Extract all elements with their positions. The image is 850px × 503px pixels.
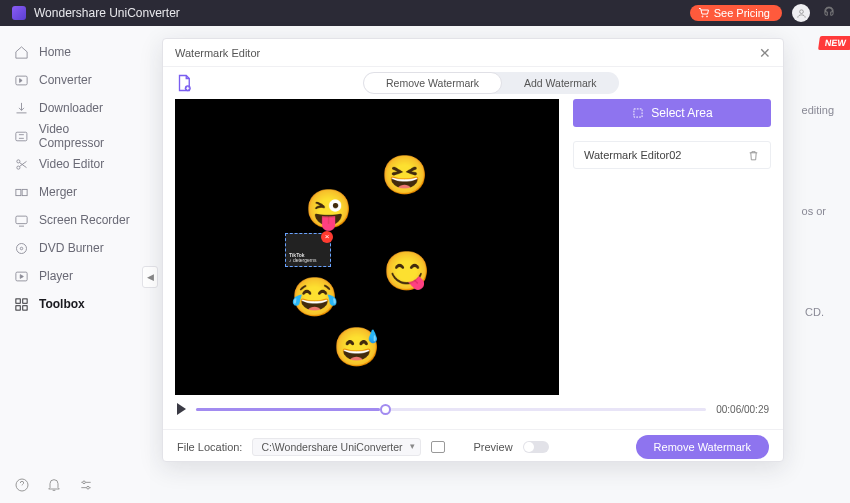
svg-rect-6 bbox=[22, 189, 27, 195]
svg-rect-14 bbox=[23, 305, 27, 309]
settings-icon[interactable] bbox=[78, 477, 94, 493]
svg-point-4 bbox=[17, 166, 20, 169]
tab-add-watermark[interactable]: Add Watermark bbox=[502, 72, 619, 94]
toolbox-icon bbox=[14, 297, 29, 312]
converter-icon bbox=[14, 73, 29, 88]
preview-toggle[interactable] bbox=[523, 441, 549, 453]
seek-slider[interactable] bbox=[196, 408, 706, 411]
cart-icon bbox=[698, 7, 710, 19]
compress-icon bbox=[14, 129, 29, 144]
bg-text-3: CD. bbox=[805, 306, 824, 318]
svg-rect-11 bbox=[16, 298, 20, 302]
app-logo bbox=[12, 6, 26, 20]
sidebar-item-player[interactable]: Player bbox=[0, 262, 150, 290]
emoji-joy: 😂 bbox=[291, 275, 338, 319]
app-title: Wondershare UniConverter bbox=[34, 6, 180, 20]
seek-knob[interactable] bbox=[380, 404, 391, 415]
svg-rect-19 bbox=[634, 109, 642, 117]
svg-point-8 bbox=[17, 243, 27, 253]
watermark-selection[interactable]: × TikTok♪ detergems bbox=[285, 233, 331, 267]
select-area-button[interactable]: Select Area bbox=[573, 99, 771, 127]
trash-icon[interactable] bbox=[747, 149, 760, 162]
preview-label: Preview bbox=[473, 441, 512, 453]
open-folder-icon[interactable] bbox=[431, 441, 445, 453]
bg-text-1: editing bbox=[802, 104, 834, 116]
svg-rect-12 bbox=[23, 298, 27, 302]
add-file-icon[interactable] bbox=[175, 74, 193, 92]
sidebar-item-downloader[interactable]: Downloader bbox=[0, 94, 150, 122]
select-area-icon bbox=[631, 106, 645, 120]
tab-remove-watermark[interactable]: Remove Watermark bbox=[363, 72, 502, 94]
sidebar-item-compressor[interactable]: Video Compressor bbox=[0, 122, 150, 150]
sidebar-item-toolbox[interactable]: Toolbox bbox=[0, 290, 150, 318]
emoji-yum: 😋 bbox=[383, 249, 430, 293]
scissors-icon bbox=[14, 157, 29, 172]
svg-point-16 bbox=[83, 481, 86, 484]
bell-icon[interactable] bbox=[46, 477, 62, 493]
emoji-xd: 😆 bbox=[381, 153, 428, 197]
video-preview[interactable]: 😆 😜 😋 😂 😅 × TikTok♪ detergems bbox=[175, 99, 559, 395]
bg-text-2: os or bbox=[802, 205, 826, 217]
svg-rect-13 bbox=[16, 305, 20, 309]
remove-watermark-button[interactable]: Remove Watermark bbox=[636, 435, 769, 459]
svg-rect-5 bbox=[16, 189, 21, 195]
watermark-item-label: Watermark Editor02 bbox=[584, 149, 681, 161]
support-icon[interactable] bbox=[820, 4, 838, 22]
svg-point-0 bbox=[799, 9, 803, 13]
svg-rect-7 bbox=[16, 216, 27, 224]
svg-point-17 bbox=[87, 486, 90, 489]
file-location-label: File Location: bbox=[177, 441, 242, 453]
sidebar-item-editor[interactable]: Video Editor bbox=[0, 150, 150, 178]
sidebar-item-recorder[interactable]: Screen Recorder bbox=[0, 206, 150, 234]
account-icon[interactable] bbox=[792, 4, 810, 22]
watermark-item[interactable]: Watermark Editor02 bbox=[573, 141, 771, 169]
home-icon bbox=[14, 45, 29, 60]
sidebar-item-dvd[interactable]: DVD Burner bbox=[0, 234, 150, 262]
emoji-wink-tongue: 😜 bbox=[305, 187, 352, 231]
help-icon[interactable] bbox=[14, 477, 30, 493]
recorder-icon bbox=[14, 213, 29, 228]
remove-selection-icon[interactable]: × bbox=[321, 231, 333, 243]
svg-point-9 bbox=[20, 247, 23, 250]
sidebar-item-converter[interactable]: Converter bbox=[0, 66, 150, 94]
file-location-field[interactable]: C:\Wondershare UniConverter bbox=[252, 438, 421, 456]
see-pricing-button[interactable]: See Pricing bbox=[690, 5, 782, 21]
time-display: 00:06/00:29 bbox=[716, 404, 769, 415]
watermark-tabs: Remove Watermark Add Watermark bbox=[363, 72, 619, 94]
sidebar-item-home[interactable]: Home bbox=[0, 38, 150, 66]
player-icon bbox=[14, 269, 29, 284]
disc-icon bbox=[14, 241, 29, 256]
svg-point-3 bbox=[17, 159, 20, 162]
emoji-sweat: 😅 bbox=[333, 325, 380, 369]
merger-icon bbox=[14, 185, 29, 200]
new-badge: NEW bbox=[818, 36, 850, 50]
modal-title: Watermark Editor bbox=[175, 47, 260, 59]
svg-rect-2 bbox=[16, 132, 27, 141]
close-icon[interactable]: ✕ bbox=[759, 45, 771, 61]
download-icon bbox=[14, 101, 29, 116]
play-button[interactable] bbox=[177, 403, 186, 415]
sidebar-collapse[interactable]: ◀ bbox=[142, 266, 158, 288]
watermark-editor-modal: Watermark Editor ✕ Remove Watermark Add … bbox=[162, 38, 784, 462]
sidebar-item-merger[interactable]: Merger bbox=[0, 178, 150, 206]
